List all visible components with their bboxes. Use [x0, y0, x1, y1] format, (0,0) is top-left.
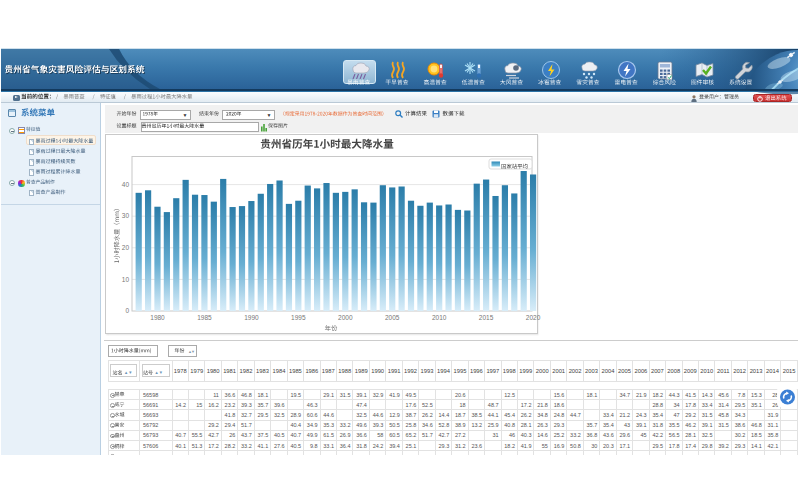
svg-text:2000: 2000: [338, 314, 353, 321]
svg-text:1990: 1990: [244, 314, 259, 321]
svg-text:40: 40: [122, 181, 130, 188]
svg-text:1985: 1985: [197, 314, 212, 321]
svg-text:2015: 2015: [479, 314, 494, 321]
svg-text:2010: 2010: [432, 314, 447, 321]
svg-text:2005: 2005: [385, 314, 400, 321]
svg-text:1980: 1980: [150, 314, 165, 321]
svg-text:30: 30: [122, 212, 130, 219]
svg-text:0: 0: [125, 307, 129, 314]
svg-text:1995: 1995: [291, 314, 306, 321]
svg-text:20: 20: [122, 244, 130, 251]
svg-text:10: 10: [122, 276, 130, 283]
svg-text:2020: 2020: [526, 314, 541, 321]
